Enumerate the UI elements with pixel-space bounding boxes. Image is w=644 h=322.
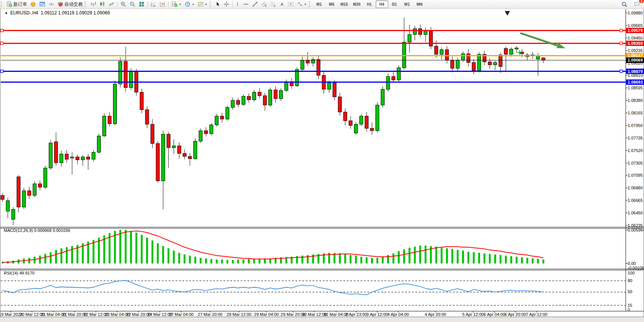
chart-title-collapse-icon[interactable]: ▼ (5, 11, 8, 15)
candle-body (477, 54, 481, 71)
package-button[interactable] (29, 0, 38, 8)
macd-histogram-bar (210, 259, 212, 263)
rsi-axis-label: 0 (628, 308, 630, 312)
line-handle[interactable] (1, 29, 3, 32)
horizontal-line-button[interactable] (241, 0, 250, 8)
tab-timeframe-D1[interactable]: D1 (388, 0, 401, 8)
search-button[interactable] (620, 0, 629, 8)
date-tick-label: 19 Mar 2023 (0, 312, 22, 317)
macd-pane[interactable]: 0.0059640.00-0.001069 (2, 228, 644, 270)
macd-histogram-bar (355, 255, 357, 263)
bar-chart-mode-button[interactable] (89, 0, 98, 8)
signal-button[interactable] (47, 0, 56, 8)
svg-text:F: F (274, 5, 276, 8)
tab-timeframe-M30[interactable]: M30 (351, 0, 363, 8)
price-tick-label: 1.08595 (628, 86, 643, 90)
toolbar-grip[interactable] (210, 1, 212, 7)
text-button[interactable]: A (278, 0, 286, 8)
macd-histogram-bar (457, 250, 459, 263)
zoom-out-button[interactable] (128, 0, 137, 8)
templates-button[interactable]: ▼ (196, 0, 209, 8)
arrows-button[interactable]: ▼ (295, 0, 308, 8)
autotrading-button[interactable]: 自动交易 (56, 0, 84, 8)
macd-histogram-bar (366, 257, 368, 263)
macd-histogram-bar (500, 255, 502, 263)
macd-histogram-bar (494, 254, 496, 263)
candle-body (1, 195, 4, 200)
tab-timeframe-M1[interactable]: M1 (313, 0, 325, 8)
line-handle[interactable] (620, 70, 623, 73)
chart-shift-marker-icon[interactable] (505, 11, 510, 16)
chart-window-button[interactable] (38, 0, 47, 8)
vertical-line-button[interactable] (234, 0, 241, 8)
price-tick-label: 1.08165 (628, 111, 643, 115)
price-tick-label: 1.07305 (628, 161, 643, 165)
date-tick-label: 2 Apr 23:00 (346, 312, 367, 317)
chevron-down-icon[interactable]: ▼ (304, 3, 307, 6)
equidistant-channel-button[interactable]: E (260, 0, 269, 8)
candle-body (515, 48, 518, 49)
price-tick-label: 1.07950 (628, 123, 643, 128)
candle-body (92, 152, 95, 159)
periods-button[interactable]: ▼ (183, 0, 196, 8)
rsi-line (3, 281, 544, 295)
macd-histogram-bar (189, 255, 191, 263)
cursor-button[interactable] (214, 0, 222, 8)
candle-body (279, 90, 283, 98)
line-chart-mode-button[interactable] (107, 0, 116, 8)
templates-icon (198, 1, 204, 7)
macd-histogram-bar (248, 259, 250, 263)
macd-histogram-bar (221, 260, 223, 263)
candle-body (354, 124, 358, 133)
line-handle[interactable] (1, 42, 3, 44)
chart-shift-button[interactable] (158, 0, 167, 8)
candle-body (44, 168, 47, 187)
candle-body (108, 116, 111, 124)
candle-body (435, 46, 438, 54)
cross-marker-annotation[interactable] (517, 50, 522, 55)
line-handle[interactable] (1, 70, 3, 73)
candle-body (236, 100, 240, 105)
zoom-in-button[interactable] (119, 0, 128, 8)
date-tick-label: 5 Apr 12:00 (462, 312, 484, 317)
toolbar-grip[interactable] (85, 1, 88, 7)
fibonacci-button[interactable]: F (269, 0, 278, 8)
tab-timeframe-M15[interactable]: M15 (338, 0, 351, 8)
chat-button[interactable]: 1 (632, 0, 642, 8)
candle-body (504, 49, 508, 54)
date-tick-label: 3 Apr 12:00 (367, 312, 388, 317)
price-line-badge-label: 1.09069 (628, 58, 643, 62)
toolbar-grip[interactable] (309, 1, 312, 7)
macd-histogram-bar (28, 258, 30, 263)
line-handle[interactable] (620, 42, 623, 44)
date-tick-label: 29 Mar 04:00 (254, 312, 279, 317)
candle-body (183, 154, 186, 157)
tab-timeframe-H4[interactable]: H4 (376, 0, 388, 8)
chevron-down-icon[interactable]: ▼ (192, 3, 194, 6)
macd-histogram-bar (237, 260, 239, 263)
toolbar-grip[interactable] (1, 1, 3, 7)
price-chart-canvas[interactable]: 1.098801.096651.094501.092351.090201.088… (0, 0, 644, 322)
rsi-axis-label: 50 (628, 289, 632, 294)
candlestick-mode-button[interactable] (98, 0, 107, 8)
macd-histogram-bar (178, 253, 180, 263)
tab-timeframe-M5[interactable]: M5 (325, 0, 338, 8)
tab-timeframe-MN[interactable]: MN (413, 0, 426, 8)
chevron-down-icon[interactable]: ▼ (179, 3, 182, 6)
tile-windows-button[interactable] (137, 0, 146, 8)
tab-timeframe-H1[interactable]: H1 (363, 0, 376, 8)
macd-histogram-bar (403, 249, 405, 263)
indicators-button[interactable]: ▼ (170, 0, 183, 8)
date-axis[interactable]: 19 Mar 202320 Mar 12:0021 Mar 04:0021 Ma… (0, 311, 547, 317)
rsi-pane[interactable]: 1008050150 (1, 271, 634, 312)
macd-histogram-bar (226, 260, 228, 263)
line-handle[interactable] (620, 29, 623, 32)
text-label-button[interactable]: T (286, 0, 295, 8)
crosshair-button[interactable] (222, 0, 231, 8)
tab-timeframe-W1[interactable]: W1 (401, 0, 413, 8)
new-order-button[interactable]: 新订单 (5, 0, 29, 8)
auto-scroll-button[interactable] (149, 0, 158, 8)
chevron-down-icon[interactable]: ▼ (205, 3, 207, 6)
candle-body (467, 54, 470, 62)
trendline-button[interactable] (250, 0, 260, 8)
